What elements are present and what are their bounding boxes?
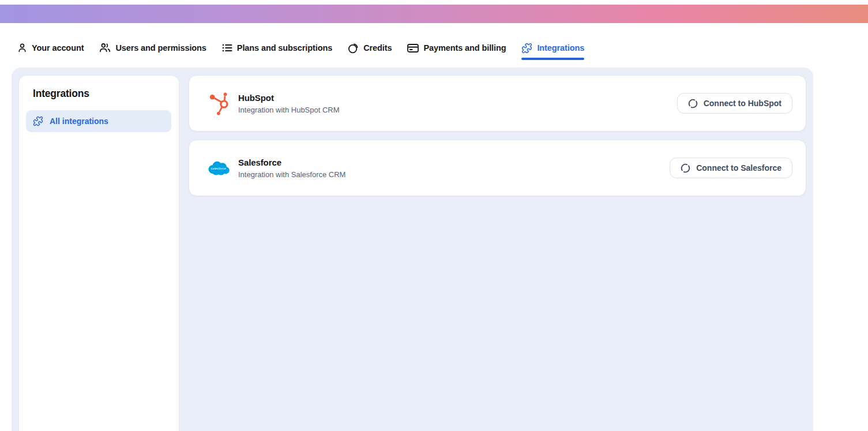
salesforce-cloud-logo: salesforce bbox=[207, 155, 230, 181]
integrations-sidebar: Integrations All integrations bbox=[18, 75, 179, 431]
tab-your-account[interactable]: Your account bbox=[17, 40, 84, 55]
connect-hubspot-button[interactable]: Connect to HubSpot bbox=[677, 93, 792, 114]
salesforce-logo-text: salesforce bbox=[211, 167, 226, 170]
integration-name: Salesforce bbox=[238, 158, 345, 167]
tab-label: Integrations bbox=[537, 43, 584, 53]
list-icon bbox=[222, 43, 232, 53]
hubspot-sprocket-logo bbox=[207, 91, 230, 116]
integrations-list: HubSpot Integration with HubSpot CRM Con… bbox=[189, 75, 806, 196]
tab-payments-and-billing[interactable]: Payments and billing bbox=[407, 40, 506, 55]
integration-name: HubSpot bbox=[238, 93, 340, 103]
tab-label: Your account bbox=[32, 43, 84, 53]
tab-label: Payments and billing bbox=[423, 43, 506, 53]
sync-icon bbox=[681, 163, 690, 173]
integration-card-salesforce: salesforce Salesforce Integration with S… bbox=[189, 140, 806, 196]
tab-users-and-permissions[interactable]: Users and permissions bbox=[99, 40, 206, 55]
tab-integrations[interactable]: Integrations bbox=[521, 40, 584, 55]
tab-label: Credits bbox=[363, 43, 392, 53]
user-icon bbox=[17, 43, 27, 53]
credits-coin-icon bbox=[348, 43, 359, 54]
brand-gradient-banner bbox=[0, 5, 868, 23]
integration-card-hubspot: HubSpot Integration with HubSpot CRM Con… bbox=[189, 75, 806, 132]
sync-icon bbox=[688, 99, 698, 108]
puzzle-icon bbox=[33, 116, 43, 126]
tab-label: Plans and subscriptions bbox=[237, 43, 332, 53]
tab-plans-and-subscriptions[interactable]: Plans and subscriptions bbox=[222, 40, 332, 55]
connect-salesforce-button[interactable]: Connect to Salesforce bbox=[670, 158, 792, 178]
integration-description: Integration with Salesforce CRM bbox=[238, 170, 345, 179]
integration-info: Salesforce Integration with Salesforce C… bbox=[238, 158, 345, 179]
integration-description: Integration with HubSpot CRM bbox=[238, 106, 340, 114]
button-label: Connect to HubSpot bbox=[704, 99, 781, 108]
users-icon bbox=[99, 43, 111, 53]
sidebar-title: Integrations bbox=[33, 88, 171, 100]
sidebar-item-label: All integrations bbox=[50, 117, 108, 126]
tab-label: Users and permissions bbox=[115, 43, 206, 53]
credit-card-icon bbox=[407, 43, 419, 53]
button-label: Connect to Salesforce bbox=[696, 163, 781, 173]
integration-info: HubSpot Integration with HubSpot CRM bbox=[238, 93, 340, 114]
sidebar-item-all-integrations[interactable]: All integrations bbox=[26, 110, 171, 132]
settings-tab-bar: Your account Users and permissions Plans… bbox=[17, 40, 584, 55]
integrations-panel: Integrations All integrations bbox=[12, 68, 813, 431]
puzzle-icon bbox=[521, 43, 532, 54]
tab-credits[interactable]: Credits bbox=[348, 40, 392, 55]
